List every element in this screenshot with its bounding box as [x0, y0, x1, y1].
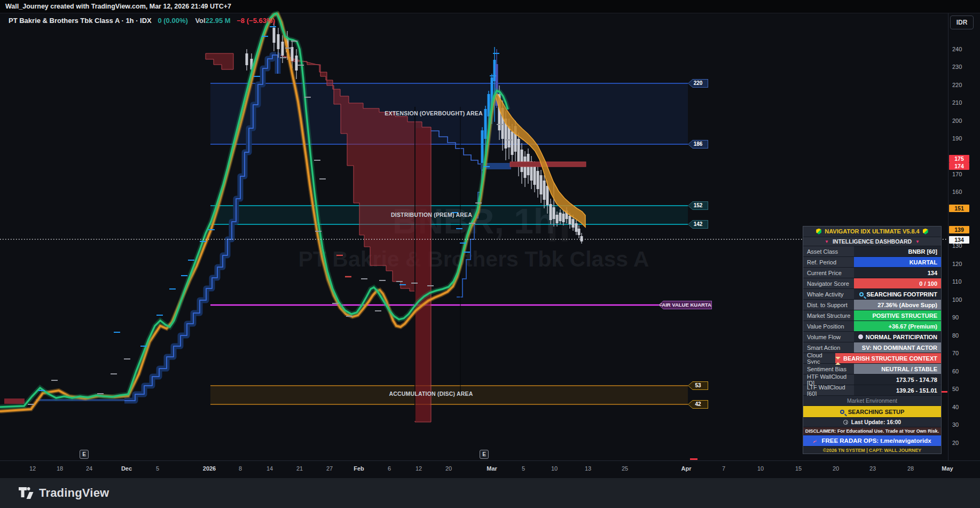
shield-icon — [816, 229, 821, 235]
price-tick: 210 — [952, 99, 962, 106]
time-tick: 12 — [29, 465, 36, 472]
panel-row-label: Sentiment Bias — [803, 364, 854, 374]
price-tick: 160 — [952, 189, 962, 195]
panel-row-value: 134 — [854, 268, 941, 278]
time-tick: 12 — [415, 465, 422, 472]
magnifier-icon — [840, 410, 844, 414]
panel-subtitle: INTELLIGENCE DASHBOARD — [833, 238, 912, 245]
searching-setup-label: SEARCHING SETUP — [848, 409, 905, 415]
time-tick: May — [942, 465, 953, 472]
price-tick: 200 — [952, 118, 962, 124]
copyright: ©2026 TN SYSTEM | CAPT: WALL JOURNEY — [803, 447, 941, 454]
currency-button[interactable]: IDR — [950, 15, 974, 29]
panel-row-value: NORMAL PARTICIPATION — [854, 332, 941, 342]
bottom-bar: TradingView — [0, 478, 980, 508]
time-tick: Mar — [487, 465, 497, 472]
panel-row-value: POSITIVE STRUCTURE — [854, 310, 941, 321]
panel-row: Cloud SyncBEARISH STRUCTURE CONTEXT — [803, 353, 941, 364]
panel-row-label: Market Structure — [803, 310, 854, 321]
time-tick: Feb — [354, 465, 364, 472]
time-tick: 24 — [86, 465, 92, 472]
panel-row: Whale ActivitySEARCHING FOOTPRINT — [803, 289, 941, 300]
price-tick: 40 — [952, 404, 959, 410]
rocket-icon — [813, 439, 818, 443]
panel-row: LTF WallCloud [60]139.26 - 151.01 — [803, 385, 941, 396]
price-axis[interactable]: 2402302202102001901701601301201101009080… — [948, 13, 980, 460]
panel-row-label: Navigator Score — [803, 278, 854, 288]
time-tick: 5 — [156, 465, 159, 472]
price-level-tag: 139 — [949, 226, 969, 233]
last-update-label: Last Update: 16:00 — [851, 419, 901, 425]
panel-row-label: Asset Class — [803, 246, 854, 256]
time-tick: 7 — [722, 465, 725, 472]
panel-row-value: NEUTRAL / STABLE — [854, 364, 941, 374]
time-tick: 8 — [239, 465, 242, 472]
symbol-header[interactable]: PT Bakrie & Brothers Tbk Class A · 1h · … — [9, 17, 275, 25]
price-tick: 230 — [952, 64, 962, 70]
fair-value-tag: FAIR VALUE KUARTAL: 97 — [658, 301, 712, 309]
price-tick: 20 — [952, 440, 959, 446]
panel-row: Navigator Score0 / 100 — [803, 278, 941, 289]
panel-rows: Asset ClassBNBR [60]Ref. PeriodKUARTALCu… — [803, 246, 941, 396]
price-tick: 110 — [952, 278, 962, 285]
price-level-tag: 174 — [949, 162, 969, 170]
price-tick: 60 — [952, 368, 959, 374]
disclaimer: DISCLAIMER: For Educational Use. Trade a… — [803, 427, 941, 436]
panel-row-value: KUARTAL — [854, 257, 941, 267]
time-tick: 5 — [522, 465, 525, 472]
scale-red-dash — [941, 391, 947, 393]
price-tick: 80 — [952, 332, 959, 339]
panel-subtitle-row: ▼ INTELLIGENCE DASHBOARD ▼ — [803, 237, 941, 247]
telegram-promo-row[interactable]: FREE RADAR OPS: t.me/navigatoridx — [803, 435, 941, 447]
time-tick: 18 — [57, 465, 63, 472]
tradingview-window: Wall_Journey created with TradingView.co… — [0, 0, 980, 508]
triangle-down-icon: ▼ — [825, 239, 829, 244]
time-tick: 21 — [296, 465, 303, 472]
panel-row-label: LTF WallCloud [60] — [803, 385, 854, 395]
last-update-row: Last Update: 16:00 — [803, 418, 941, 427]
telegram-promo-label: FREE RADAR OPS: t.me/navigatoridx — [821, 437, 931, 444]
price-tick: 190 — [952, 135, 962, 142]
panel-row-label: HTF WallCloud [D] — [803, 374, 854, 385]
symbol-name[interactable]: PT Bakrie & Brothers Tbk Class A · 1h · … — [9, 17, 152, 25]
time-axis[interactable]: 121824Dec520268142127Feb61220Mar5101325A… — [0, 460, 980, 478]
price-delta: −8 (−5.63%) — [237, 17, 275, 25]
time-tick: 13 — [585, 465, 591, 472]
time-tick: 10 — [757, 465, 764, 472]
time-tick: 14 — [266, 465, 273, 472]
shield-icon — [923, 229, 928, 235]
panel-row: Market StructurePOSITIVE STRUCTURE — [803, 310, 941, 321]
price-tick: 220 — [952, 82, 962, 88]
price-change: 0 (0.00%) — [158, 17, 187, 25]
panel-row-value: SEARCHING FOOTPRINT — [854, 289, 941, 299]
panel-row-value: SV: NO DOMINANT ACTOR — [854, 342, 941, 353]
extension-zone-label: EXTENSION (OVERBOUGHT) AREA — [385, 110, 483, 116]
panel-row-value: 173.75 - 174.78 — [854, 374, 941, 385]
time-tick: 15 — [795, 465, 802, 472]
time-tick: 27 — [326, 465, 333, 472]
panel-row-label: Value Position — [803, 321, 854, 331]
axis-red-dash — [690, 458, 697, 460]
tradingview-logo[interactable]: TradingView — [18, 483, 109, 503]
clock-icon — [843, 420, 848, 425]
time-tick: 28 — [907, 465, 914, 472]
price-level-tag: 134 — [949, 236, 969, 244]
panel-row: Volume FlowNORMAL PARTICIPATION — [803, 332, 941, 342]
price-tick: 70 — [952, 350, 959, 356]
earnings-marker[interactable]: E — [80, 450, 89, 459]
panel-header: NAVIGATOR IDX ULTIMATE V5.8.4 — [803, 226, 941, 237]
market-environment-label: Market Environment — [803, 396, 941, 406]
panel-row-label: Ref. Period — [803, 257, 854, 267]
price-tick: 100 — [952, 296, 962, 303]
panel-row: Current Price134 — [803, 268, 941, 278]
time-tick: Apr — [681, 465, 692, 472]
time-tick: 6 — [388, 465, 391, 472]
price-level-tag: 175 — [949, 155, 969, 162]
earnings-marker[interactable]: E — [480, 450, 489, 459]
panel-title: NAVIGATOR IDX ULTIMATE V5.8.4 — [825, 228, 919, 235]
time-tick: 20 — [833, 465, 839, 472]
triangle-down-icon: ▼ — [915, 239, 920, 244]
panel-row-value: BEARISH STRUCTURE CONTEXT — [835, 353, 941, 363]
panel-row: Value Position+36.67 (Premium) — [803, 321, 941, 332]
price-level-tag: 151 — [949, 205, 969, 212]
